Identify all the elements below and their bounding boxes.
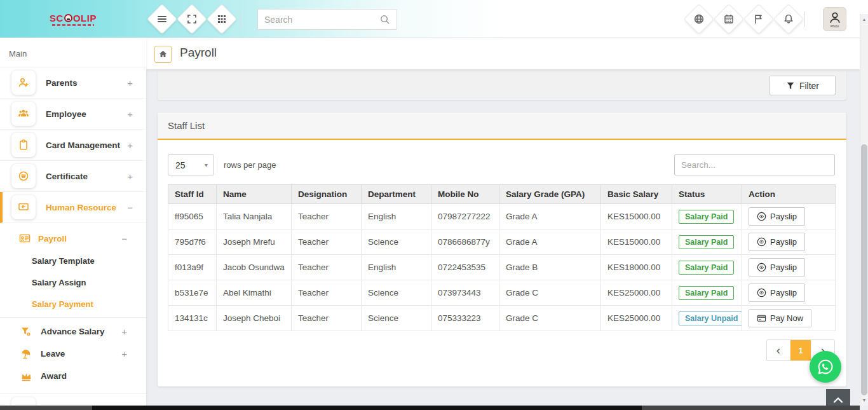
filter-button[interactable]: Filter	[770, 76, 836, 95]
clipboard-icon	[11, 133, 36, 157]
table-search-input[interactable]	[674, 154, 835, 175]
sidebar-item-salary-assign[interactable]: Salary Assign	[0, 271, 146, 293]
sidebar-item-human-resource[interactable]: Human Resource −	[0, 192, 146, 223]
whatsapp-icon	[816, 357, 835, 376]
sidebar-item-partial[interactable]	[0, 393, 146, 406]
cell-designation: Teacher	[292, 306, 362, 331]
payslip-button[interactable]: Payslip	[749, 207, 805, 226]
user-avatar-button[interactable]: Photo	[823, 7, 846, 31]
notifications-button[interactable]	[773, 4, 804, 34]
home-button[interactable]	[154, 46, 172, 63]
cell-name: Jacob Osundwa	[217, 255, 292, 280]
sidebar-item-card-management[interactable]: Card Management +	[0, 130, 146, 161]
calendar-button[interactable]	[714, 4, 744, 34]
rows-per-page-select[interactable]: 25 ▾	[168, 154, 214, 175]
search-icon	[379, 14, 390, 25]
horizontal-scrollbar-thumb[interactable]	[92, 406, 642, 410]
parents-icon	[11, 71, 36, 95]
topbar: SC OLIP	[0, 0, 868, 38]
sidebar-item-salary-payment[interactable]: Salary Payment	[0, 293, 146, 315]
logo-suffix: OLIP	[73, 13, 97, 24]
app-screen: SC OLIP	[0, 0, 868, 410]
user-icon	[828, 11, 842, 25]
staff-list-card: Staff List 25 ▾ rows per page Staff Id	[158, 113, 846, 386]
action-label: Payslip	[770, 237, 797, 247]
topbar-divider	[240, 11, 241, 27]
logo[interactable]: SC OLIP	[0, 0, 146, 38]
funnel-icon	[786, 81, 795, 90]
sidebar-item-label: Certificate	[46, 172, 88, 181]
sidebar-item-label: Advance Salary	[41, 327, 105, 336]
pagination-prev-button[interactable]: ‹	[767, 340, 790, 360]
scrollbar-up-arrow[interactable]: ▲	[860, 17, 868, 22]
vertical-scrollbar[interactable]: ▲ ▼	[860, 14, 868, 406]
eye-icon	[757, 237, 766, 247]
sidebar-item-award[interactable]: Award	[0, 365, 146, 387]
eye-icon	[757, 212, 766, 221]
rows-per-page-label: rows per page	[224, 160, 276, 170]
vertical-scrollbar-thumb[interactable]	[861, 144, 867, 395]
sidebar-item-employee[interactable]: Employee +	[0, 99, 146, 130]
logo-prefix: SC	[50, 13, 64, 24]
expand-plus-icon: +	[121, 326, 127, 337]
sidebar-item-certificate[interactable]: Certificate +	[0, 161, 146, 192]
eye-icon	[757, 288, 766, 297]
advance-salary-icon	[20, 326, 32, 338]
sidebar-item-advance-salary[interactable]: Advance Salary +	[0, 320, 146, 343]
col-basic-salary: Basic Salary	[601, 185, 672, 204]
cell-staff-id: f013a9f	[168, 255, 217, 280]
logo-tagline	[52, 24, 94, 26]
filter-card: Filter	[158, 71, 846, 100]
cell-staff-id: ff95065	[168, 204, 217, 229]
table-row: 795d7f6 Joseph Mrefu Teacher Science 078…	[168, 229, 836, 255]
fullscreen-button[interactable]	[177, 4, 207, 34]
payslip-button[interactable]: Payslip	[749, 258, 805, 277]
scrollbar-down-arrow[interactable]: ▼	[860, 398, 868, 402]
sidebar-item-label: Parents	[46, 78, 78, 88]
global-search	[257, 9, 397, 30]
caret-down-icon: ▾	[205, 161, 208, 168]
cell-name: Abel Kimathi	[217, 280, 292, 306]
globe-icon	[693, 13, 705, 25]
language-button[interactable]	[684, 4, 714, 34]
status-badge: Salary Paid	[679, 210, 734, 224]
sidebar-item-leave[interactable]: Leave +	[0, 343, 146, 365]
payslip-button[interactable]: Payslip	[749, 233, 805, 251]
status-badge: Salary Paid	[679, 261, 734, 275]
calendar-icon	[723, 13, 735, 25]
flag-button[interactable]	[743, 4, 774, 34]
breadcrumb: Payroll	[146, 38, 860, 70]
cell-salary: KES18000.00	[601, 255, 672, 280]
col-staff-id: Staff Id	[168, 185, 217, 204]
horizontal-scrollbar[interactable]	[0, 406, 860, 410]
cell-name: Joseph Cheboi	[217, 306, 292, 331]
payslip-button[interactable]: Payslip	[749, 284, 805, 302]
cell-salary: KES15000.00	[601, 204, 672, 229]
cell-mobile: 0722453535	[431, 255, 499, 280]
action-label: Pay Now	[770, 313, 803, 323]
sidebar-item-salary-template[interactable]: Salary Template	[0, 250, 146, 271]
menu-toggle-button[interactable]	[147, 4, 177, 34]
leave-umbrella-icon	[20, 348, 32, 360]
cell-salary: KES15000.00	[601, 229, 672, 255]
cell-salary: KES25000.00	[601, 280, 672, 306]
filter-button-label: Filter	[799, 81, 819, 91]
whatsapp-button[interactable]	[810, 351, 841, 383]
sidebar-item-label: Human Resource	[46, 203, 116, 212]
sidebar-item-payroll[interactable]: Payroll −	[0, 227, 146, 250]
cell-designation: Teacher	[292, 229, 362, 255]
table-header-row: Staff Id Name Designation Department Mob…	[168, 185, 836, 204]
sidebar: Main Parents + Employee	[0, 38, 146, 406]
main-content: Filter Staff List 25 ▾ rows per page	[146, 70, 860, 406]
employee-icon	[11, 102, 36, 126]
col-action: Action	[742, 185, 836, 204]
cell-salary: KES25000.00	[601, 306, 672, 331]
sidebar-item-parents[interactable]: Parents +	[0, 67, 146, 99]
pagination-page-1-button[interactable]: 1	[790, 340, 811, 360]
global-search-input[interactable]	[264, 15, 379, 25]
sidebar-item-label: Card Management	[46, 140, 120, 150]
apps-grid-button[interactable]	[207, 4, 237, 34]
staff-table: Staff Id Name Designation Department Mob…	[168, 184, 835, 331]
pay-now-button[interactable]: Pay Now	[749, 309, 811, 327]
cell-staff-id: 134131c	[168, 306, 217, 331]
